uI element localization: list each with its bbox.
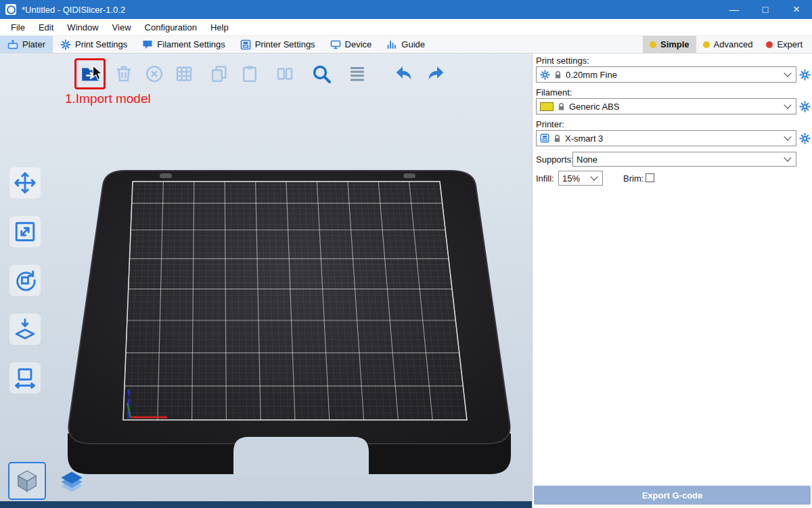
split-icon: [275, 64, 295, 84]
search-button[interactable]: [309, 62, 334, 86]
lock-icon: [553, 134, 562, 143]
infill-value: 15%: [562, 173, 580, 184]
simple-dot-icon: [650, 41, 656, 48]
layer-view-icon: [58, 469, 86, 498]
arrange-button[interactable]: [172, 62, 196, 86]
chevron-down-icon: [784, 101, 791, 108]
export-gcode-button[interactable]: Export G-code: [534, 486, 811, 505]
print-settings-label: Print settings:: [536, 56, 589, 66]
arrange-icon: [174, 64, 194, 84]
print-settings-gear-button[interactable]: [799, 69, 811, 81]
close-button[interactable]: ×: [781, 0, 812, 19]
gear-icon: [540, 70, 550, 80]
undo-icon: [393, 63, 415, 85]
place-on-face-button[interactable]: [9, 314, 41, 345]
menu-file[interactable]: File: [4, 19, 32, 35]
print-settings-combo[interactable]: 0.20mm Fine: [536, 66, 796, 83]
filament-combo[interactable]: Generic ABS: [536, 98, 796, 114]
redo-icon: [425, 63, 447, 85]
menu-help[interactable]: Help: [204, 19, 235, 35]
move-button[interactable]: [9, 167, 41, 198]
lock-icon: [554, 70, 562, 79]
filament-label: Filament:: [536, 87, 572, 98]
delete-icon: [114, 64, 134, 84]
variable-layer-height-button[interactable]: [345, 62, 369, 86]
scale-icon: [13, 219, 37, 244]
gear-icon: [60, 39, 71, 50]
tab-plater[interactable]: Plater: [0, 36, 53, 53]
tab-label: Filament Settings: [157, 39, 225, 49]
maximize-button[interactable]: □: [750, 0, 781, 19]
brim-label: Brim:: [623, 173, 644, 184]
infill-label: Infill:: [536, 173, 554, 184]
tab-label: Print Settings: [75, 39, 127, 49]
cursor-icon: [91, 66, 104, 81]
brim-checkbox[interactable]: [646, 173, 654, 182]
plater-toolbar: [74, 58, 448, 89]
infill-combo[interactable]: 15%: [558, 171, 603, 186]
printer-label: Printer:: [536, 119, 564, 129]
tab-printer-settings[interactable]: Printer Settings: [233, 36, 323, 53]
chevron-down-icon: [784, 69, 791, 77]
print-settings-value: 0.20mm Fine: [566, 70, 617, 80]
advanced-dot-icon: [703, 41, 710, 48]
tab-device[interactable]: Device: [323, 36, 380, 53]
supports-combo[interactable]: None: [572, 152, 796, 167]
supports-label: Supports:: [536, 154, 574, 165]
move-icon: [13, 171, 37, 195]
printer-icon: [540, 133, 549, 143]
mode-simple[interactable]: Simple: [643, 36, 696, 53]
filament-gear-button[interactable]: [799, 101, 811, 112]
gizmo-toolbar: [9, 167, 41, 394]
guide-icon: [386, 39, 397, 50]
window-title: *Untitled - QIDISlicer-1.0.2: [22, 5, 125, 15]
printer-combo[interactable]: X-smart 3: [536, 130, 796, 146]
expert-dot-icon: [766, 41, 773, 48]
paste-icon: [240, 64, 260, 84]
app-logo-icon: [5, 4, 16, 15]
split-objects-button[interactable]: [273, 62, 297, 86]
3d-view-button[interactable]: [8, 462, 46, 500]
mode-advanced[interactable]: Advanced: [696, 36, 760, 53]
delete-all-button[interactable]: [142, 62, 166, 86]
minimize-button[interactable]: —: [719, 0, 750, 19]
settings-panel: Print settings: 0.20mm Fine Filament: Ge…: [532, 54, 812, 508]
tab-label: Printer Settings: [255, 39, 315, 49]
menu-view[interactable]: View: [106, 19, 138, 35]
filament-value: Generic ABS: [569, 102, 619, 112]
tabbar: Plater Print Settings Filament Settings …: [0, 35, 812, 54]
paste-button[interactable]: [238, 62, 262, 86]
3d-viewport[interactable]: 1.Import model: [0, 54, 532, 508]
delete-button[interactable]: [112, 62, 136, 86]
menubar: File Edit Window View Configuration Help: [0, 19, 812, 35]
tab-print-settings[interactable]: Print Settings: [53, 36, 135, 53]
filament-color-swatch: [540, 102, 554, 111]
tab-guide[interactable]: Guide: [379, 36, 432, 53]
undo-button[interactable]: [392, 62, 416, 86]
redo-button[interactable]: [424, 62, 448, 86]
printer-gear-button[interactable]: [799, 133, 811, 144]
menu-edit[interactable]: Edit: [32, 19, 60, 35]
variable-layer-icon: [347, 64, 367, 84]
plater-icon: [7, 39, 18, 50]
chevron-down-icon: [590, 173, 597, 180]
menu-window[interactable]: Window: [60, 19, 105, 35]
tab-label: Plater: [22, 39, 45, 49]
delete-all-icon: [144, 64, 164, 84]
copy-button[interactable]: [207, 62, 231, 86]
tab-filament-settings[interactable]: Filament Settings: [135, 36, 232, 53]
search-icon: [311, 63, 332, 85]
mode-expert[interactable]: Expert: [759, 36, 809, 53]
measure-button[interactable]: [9, 362, 41, 394]
menu-configuration[interactable]: Configuration: [138, 19, 204, 35]
layer-view-button[interactable]: [55, 467, 88, 500]
supports-value: None: [577, 154, 597, 165]
filament-icon: [142, 39, 153, 50]
import-annotation: 1.Import model: [65, 91, 151, 106]
app-window: *Untitled - QIDISlicer-1.0.2 — □ × File …: [0, 0, 812, 508]
scale-button[interactable]: [9, 216, 41, 247]
lock-icon: [557, 102, 566, 111]
measure-icon: [13, 366, 37, 390]
chevron-down-icon: [784, 133, 791, 140]
rotate-button[interactable]: [9, 265, 41, 296]
